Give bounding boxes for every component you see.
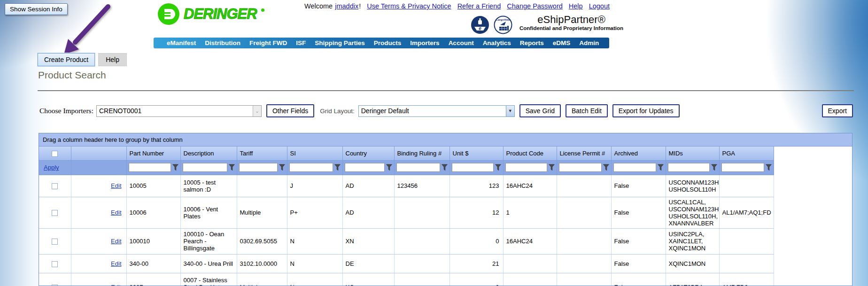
cell-archived: False [611, 228, 666, 254]
divider [38, 90, 854, 91]
filter-funnel-icon[interactable] [442, 164, 448, 171]
filter-funnel-icon[interactable] [711, 164, 717, 171]
filter-input-archived[interactable] [613, 163, 656, 172]
main-nav: eManifest Distribution Freight FWD ISF S… [154, 38, 609, 48]
save-grid-button[interactable]: Save Grid [519, 104, 561, 117]
nav-account[interactable]: Account [449, 39, 474, 46]
show-session-info-button[interactable]: Show Session Info [5, 3, 68, 15]
column-header-binding-ruling[interactable]: Binding Ruling # [394, 147, 450, 160]
apply-filters-link[interactable]: Apply [44, 164, 59, 171]
cell-pga: AM7;FD3 [719, 273, 774, 286]
product-table: Part Number Description Tariff SI Countr… [39, 147, 852, 286]
column-header-product-code[interactable]: Product Code [503, 147, 557, 160]
export-button[interactable]: Export [822, 104, 853, 117]
edit-link[interactable]: Edit [111, 284, 121, 286]
filter-input-unit[interactable] [452, 163, 494, 172]
edit-link[interactable]: Edit [111, 182, 121, 189]
filter-input-license-permit[interactable] [559, 163, 602, 172]
username-link[interactable]: jmaddix [335, 2, 358, 10]
nav-freight-fwd[interactable]: Freight FWD [249, 39, 287, 46]
filter-input-mids[interactable] [668, 163, 710, 172]
filter-funnel-icon[interactable] [334, 164, 341, 171]
filter-funnel-icon[interactable] [172, 164, 178, 171]
nav-reports[interactable]: Reports [520, 39, 544, 46]
column-header-description[interactable]: Description [180, 147, 237, 160]
row-checkbox[interactable] [52, 261, 58, 267]
nav-emanifest[interactable]: eManifest [167, 39, 196, 46]
table-row: Edit 340-00 340-00 - Urea Prill 3102.10.… [39, 254, 852, 273]
nav-products[interactable]: Products [374, 39, 402, 46]
column-header-archived[interactable]: Archived [611, 147, 666, 160]
column-header-country[interactable]: Country [342, 147, 394, 160]
cell-binding-ruling [394, 273, 450, 286]
row-checkbox[interactable] [52, 239, 58, 245]
refer-a-friend-link[interactable]: Refer a Friend [457, 2, 501, 10]
column-header-license-permit[interactable]: License Permit # [557, 147, 611, 160]
filter-input-binding-ruling[interactable] [396, 163, 440, 172]
edit-link[interactable]: Edit [111, 209, 121, 216]
export-for-updates-button[interactable]: Export for Updates [612, 104, 680, 117]
deringer-logo-icon [157, 3, 180, 25]
column-header-si[interactable]: SI [287, 147, 342, 160]
filter-funnel-icon[interactable] [386, 164, 392, 171]
nav-isf[interactable]: ISF [296, 39, 306, 46]
row-checkbox[interactable] [52, 210, 58, 216]
column-header-pga[interactable]: PGA [719, 147, 774, 160]
filter-input-part-number[interactable] [129, 163, 171, 172]
batch-edit-button[interactable]: Batch Edit [566, 104, 608, 117]
filter-input-si[interactable] [289, 163, 333, 172]
cell-part-number: 100010 [126, 228, 180, 254]
group-by-band[interactable]: Drag a column header here to group by th… [39, 133, 852, 147]
cell-license-permit [557, 273, 611, 286]
deringer-logo: DERINGER [157, 3, 264, 25]
filter-input-description[interactable] [183, 163, 227, 172]
importer-select[interactable]: CRENOT0001 ⌄ [96, 105, 262, 117]
dropdown-arrow-icon[interactable]: ▼ [506, 106, 514, 116]
other-fields-button[interactable]: Other Fields [266, 104, 314, 117]
filter-funnel-icon[interactable] [549, 164, 555, 171]
filter-funnel-icon[interactable] [766, 164, 772, 171]
nav-analytics[interactable]: Analytics [483, 39, 511, 46]
filter-input-pga[interactable] [721, 163, 764, 172]
help-link[interactable]: Help [569, 2, 583, 10]
eship-ship-icon: e [471, 15, 489, 34]
nav-shipping-parties[interactable]: Shipping Parties [315, 39, 365, 46]
column-header-part-number[interactable]: Part Number [126, 147, 180, 160]
filter-funnel-icon[interactable] [658, 164, 664, 171]
app-brand-block: e CargoView eShipPartner® Confidential a… [471, 14, 623, 34]
filter-funnel-icon[interactable] [229, 164, 235, 171]
filter-funnel-icon[interactable] [495, 164, 501, 171]
cell-description: 340-00 - Urea Prill [180, 254, 237, 273]
dropdown-arrow-icon[interactable]: ⌄ [253, 106, 261, 116]
logout-link[interactable]: Logout [589, 2, 610, 10]
terms-privacy-link[interactable]: Use Terms & Privacy Notice [367, 2, 451, 10]
cell-pga: AL1/AM7;AQ1;FD [719, 197, 774, 228]
column-header-mids[interactable]: MIDs [666, 147, 719, 160]
edit-link[interactable]: Edit [111, 260, 121, 267]
filter-funnel-icon[interactable] [603, 164, 609, 171]
cell-product-code: 16AHC24 [503, 228, 557, 254]
grid-layout-select[interactable]: Deringer Default ▼ [358, 105, 515, 117]
column-header-unit[interactable]: Unit $ [450, 147, 503, 160]
change-password-link[interactable]: Change Password [507, 2, 563, 10]
cell-license-permit [557, 228, 611, 254]
filter-funnel-icon[interactable] [279, 164, 285, 171]
filter-input-tariff[interactable] [239, 163, 278, 172]
nav-admin[interactable]: Admin [579, 39, 599, 46]
filter-input-country[interactable] [345, 163, 385, 172]
column-header-tariff[interactable]: Tariff [237, 147, 287, 160]
cell-unit: 0 [450, 228, 503, 254]
create-product-button[interactable]: Create Product [38, 53, 95, 66]
edit-link[interactable]: Edit [111, 238, 121, 245]
row-checkbox[interactable] [52, 285, 58, 286]
account-links: Welcome jmaddix! Use Terms & Privacy Not… [338, 2, 610, 10]
help-button[interactable]: Help [98, 53, 127, 66]
nav-edms[interactable]: eDMS [553, 39, 571, 46]
row-checkbox[interactable] [52, 183, 58, 189]
filter-input-product-code[interactable] [505, 163, 547, 172]
select-all-checkbox[interactable] [52, 151, 58, 157]
nav-importers[interactable]: Importers [410, 39, 439, 46]
welcome-text: Welcome jmaddix! [304, 2, 361, 10]
cargoview-label: CargoView [496, 18, 511, 21]
nav-distribution[interactable]: Distribution [205, 39, 240, 46]
